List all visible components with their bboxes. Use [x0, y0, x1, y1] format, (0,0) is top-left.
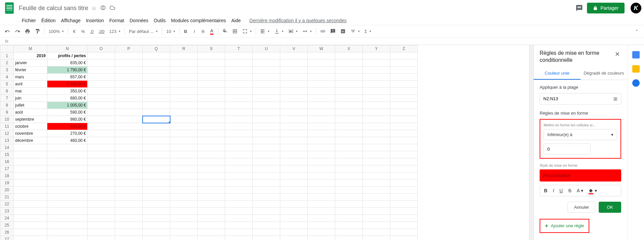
cell-S4[interactable] — [198, 74, 225, 81]
share-button[interactable]: Partager — [587, 3, 625, 13]
row-header-23[interactable]: 23 — [0, 208, 14, 215]
cell-T12[interactable] — [225, 130, 253, 137]
cell-Z23[interactable] — [390, 208, 418, 215]
cell-O25[interactable] — [88, 222, 115, 229]
col-header-S[interactable]: S — [198, 45, 225, 52]
cell-N2[interactable]: 835,00 € — [47, 59, 88, 67]
rotate-button[interactable] — [300, 27, 314, 35]
cell-T9[interactable] — [225, 109, 253, 116]
cell-Z26[interactable] — [390, 229, 418, 236]
cell-R14[interactable] — [170, 144, 198, 151]
cell-P25[interactable] — [115, 222, 143, 229]
cell-N11[interactable]: -450,00 € — [47, 123, 88, 130]
cell-W7[interactable] — [308, 95, 335, 102]
cell-O19[interactable] — [88, 179, 115, 187]
cell-Q20[interactable] — [143, 187, 170, 194]
cell-O26[interactable] — [88, 229, 115, 236]
cell-R2[interactable] — [170, 59, 198, 67]
vertical-scrollbar[interactable] — [529, 45, 533, 240]
sheets-logo[interactable] — [3, 1, 16, 15]
cell-W21[interactable] — [308, 194, 335, 201]
cell-V9[interactable] — [280, 109, 308, 116]
col-header-U[interactable]: U — [253, 45, 280, 52]
cell-U6[interactable] — [253, 88, 280, 95]
cloud-icon[interactable] — [110, 5, 115, 11]
row-header-26[interactable]: 26 — [0, 229, 14, 236]
cell-M12[interactable]: novembre — [14, 130, 47, 137]
cell-V16[interactable] — [280, 158, 308, 165]
cell-W27[interactable] — [308, 236, 335, 240]
cell-N5[interactable]: -2 500,00 € — [47, 81, 88, 88]
cell-S1[interactable] — [198, 52, 225, 59]
col-header-W[interactable]: W — [308, 45, 335, 52]
cell-O11[interactable] — [88, 123, 115, 130]
cell-T25[interactable] — [225, 222, 253, 229]
cell-W14[interactable] — [308, 144, 335, 151]
cell-Y22[interactable] — [363, 201, 390, 208]
cell-U11[interactable] — [253, 123, 280, 130]
cell-N6[interactable]: 350,00 € — [47, 88, 88, 95]
decrease-decimal-button[interactable]: .0 — [88, 28, 96, 35]
cell-T23[interactable] — [225, 208, 253, 215]
cell-O6[interactable] — [88, 88, 115, 95]
cell-S22[interactable] — [198, 201, 225, 208]
strike-icon[interactable]: S — [566, 187, 573, 195]
cell-M19[interactable] — [14, 179, 47, 187]
cell-U12[interactable] — [253, 130, 280, 137]
cell-R19[interactable] — [170, 179, 198, 187]
cell-S15[interactable] — [198, 151, 225, 158]
cell-N10[interactable]: 980,00 € — [47, 116, 88, 123]
cell-U22[interactable] — [253, 201, 280, 208]
cell-V7[interactable] — [280, 95, 308, 102]
close-icon[interactable]: ✕ — [613, 50, 621, 58]
cell-U13[interactable] — [253, 137, 280, 144]
cell-S6[interactable] — [198, 88, 225, 95]
cell-O8[interactable] — [88, 102, 115, 109]
currency-button[interactable]: € — [70, 28, 78, 35]
cell-X22[interactable] — [335, 201, 363, 208]
cell-Q23[interactable] — [143, 208, 170, 215]
cell-Y16[interactable] — [363, 158, 390, 165]
cell-X13[interactable] — [335, 137, 363, 144]
comments-icon[interactable] — [576, 4, 583, 12]
cell-P13[interactable] — [115, 137, 143, 144]
move-icon[interactable] — [100, 5, 106, 11]
cell-Z3[interactable] — [390, 67, 418, 74]
cell-V26[interactable] — [280, 229, 308, 236]
cell-P17[interactable] — [115, 165, 143, 172]
row-header-9[interactable]: 9 — [0, 109, 14, 116]
cell-X20[interactable] — [335, 187, 363, 194]
cell-U18[interactable] — [253, 172, 280, 179]
comment-button[interactable] — [328, 27, 338, 35]
cell-Z17[interactable] — [390, 165, 418, 172]
cell-R24[interactable] — [170, 215, 198, 222]
cell-Y23[interactable] — [363, 208, 390, 215]
cell-Z6[interactable] — [390, 88, 418, 95]
cell-Q27[interactable] — [143, 236, 170, 240]
cell-Z4[interactable] — [390, 74, 418, 81]
cell-M14[interactable] — [14, 144, 47, 151]
cell-S19[interactable] — [198, 179, 225, 187]
cell-R9[interactable] — [170, 109, 198, 116]
cell-U24[interactable] — [253, 215, 280, 222]
percent-button[interactable]: % — [79, 28, 87, 35]
cell-Q8[interactable] — [143, 102, 170, 109]
menu-affichage[interactable]: Affichage — [59, 17, 83, 24]
cell-O12[interactable] — [88, 130, 115, 137]
cell-M3[interactable]: février — [14, 67, 47, 74]
cell-X18[interactable] — [335, 172, 363, 179]
cell-S14[interactable] — [198, 144, 225, 151]
cell-Q10[interactable] — [143, 116, 170, 123]
cell-Z25[interactable] — [390, 222, 418, 229]
row-header-14[interactable]: 14 — [0, 144, 14, 151]
cell-O21[interactable] — [88, 194, 115, 201]
cell-U3[interactable] — [253, 67, 280, 74]
cell-P22[interactable] — [115, 201, 143, 208]
cell-R20[interactable] — [170, 187, 198, 194]
cell-U8[interactable] — [253, 102, 280, 109]
cell-X7[interactable] — [335, 95, 363, 102]
cell-U23[interactable] — [253, 208, 280, 215]
cell-U9[interactable] — [253, 109, 280, 116]
cell-S2[interactable] — [198, 59, 225, 67]
cell-O17[interactable] — [88, 165, 115, 172]
